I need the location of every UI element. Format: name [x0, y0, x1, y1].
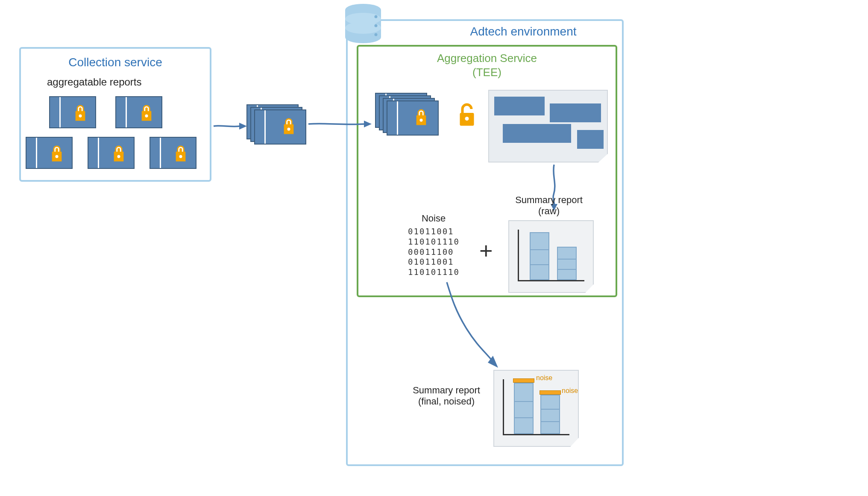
noise-binary-block: 01011001 110101110 00011100 01011001 110…: [408, 227, 460, 278]
locked-report-card: [49, 96, 96, 128]
summary-raw-label-line2: (raw): [538, 206, 560, 216]
summary-final-label-line2: (final, noised): [418, 396, 475, 407]
svg-point-4: [345, 13, 381, 25]
svg-marker-19: [239, 123, 247, 130]
svg-point-14: [419, 119, 422, 122]
lock-icon: [73, 103, 88, 123]
svg-marker-20: [364, 121, 372, 127]
aggregatable-reports-label: aggregatable reports: [47, 76, 141, 88]
decrypted-records-sheet: [488, 90, 608, 162]
aggregation-title-line1: Aggregation Service: [437, 52, 537, 65]
aggregation-title-line2: (TEE): [472, 66, 501, 79]
svg-point-7: [375, 33, 378, 36]
arrow-collection-to-batch: [214, 120, 248, 133]
locked-report-card: [150, 137, 196, 169]
svg-point-13: [287, 128, 290, 131]
plus-operator: +: [479, 237, 493, 264]
lock-icon: [414, 107, 428, 127]
locked-report-card: [88, 137, 135, 169]
summary-final-label-line1: Summary report: [413, 385, 480, 396]
lock-icon: [111, 144, 126, 163]
summary-raw-label-line1: Summary report: [515, 195, 583, 205]
aggregation-title: Aggregation Service (TEE): [357, 51, 617, 79]
summary-raw-label: Summary report (raw): [500, 195, 598, 217]
database-icon: [342, 3, 384, 46]
svg-point-6: [375, 24, 378, 27]
svg-point-5: [375, 15, 378, 18]
encrypted-reports-stack: [387, 100, 439, 136]
svg-point-10: [55, 155, 58, 158]
summary-raw-chart: [508, 220, 594, 293]
arrow-noise-to-final: [443, 282, 503, 372]
noise-label: Noise: [408, 213, 459, 224]
svg-point-12: [179, 155, 182, 158]
adtech-title: Adtech environment: [427, 25, 619, 38]
noise-tag-1: noise: [536, 374, 552, 382]
lock-icon: [139, 103, 154, 123]
summary-final-label: Summary report (final, noised): [402, 385, 491, 407]
locked-report-card: [26, 137, 73, 169]
svg-point-9: [145, 115, 148, 118]
lock-icon: [50, 144, 64, 163]
lock-icon: [173, 144, 188, 163]
lock-icon: [282, 116, 296, 136]
arrow-batch-to-aggregation: [308, 118, 372, 130]
unlock-icon: [457, 103, 477, 128]
locked-report-card: [115, 96, 162, 128]
summary-final-chart: noise noise: [493, 370, 579, 447]
svg-point-11: [117, 155, 120, 158]
batched-reports-stack: [254, 109, 306, 145]
collection-title: Collection service: [19, 56, 211, 69]
svg-point-16: [465, 117, 469, 121]
noise-tag-2: noise: [562, 387, 578, 395]
architecture-diagram: Adtech environment Collection service ag…: [0, 0, 868, 496]
svg-point-8: [79, 115, 82, 118]
